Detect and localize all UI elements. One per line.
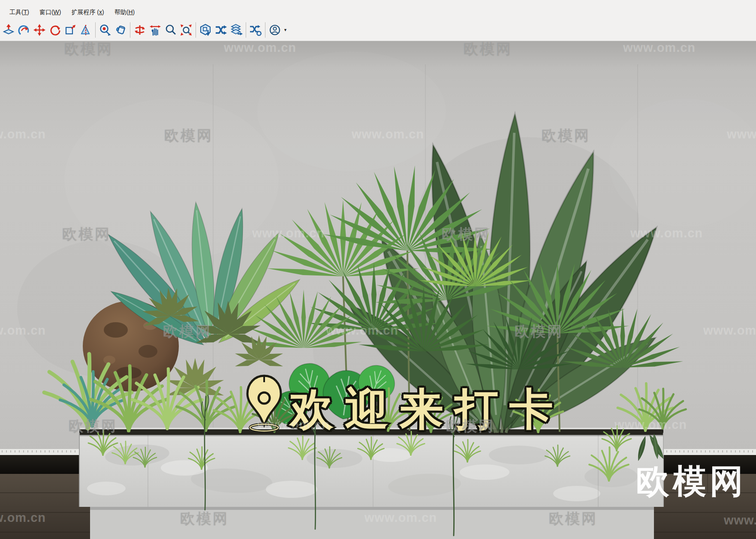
toolbar-separator bbox=[95, 22, 96, 38]
toolbar-separator bbox=[265, 22, 265, 38]
toolbar-separator bbox=[130, 22, 130, 38]
scale-icon[interactable] bbox=[63, 21, 78, 39]
move-icon[interactable] bbox=[32, 21, 47, 39]
extension-swap-icon[interactable] bbox=[213, 21, 229, 39]
orbit-icon[interactable] bbox=[132, 21, 148, 39]
flip-icon[interactable] bbox=[78, 21, 93, 39]
extension-swap-settings-icon[interactable] bbox=[248, 21, 263, 39]
zoom-extents-icon[interactable] bbox=[178, 21, 194, 39]
push-pull-icon[interactable] bbox=[1, 21, 16, 39]
viewport-3d-scene[interactable] bbox=[0, 41, 756, 539]
scene-render bbox=[0, 41, 756, 539]
sketchup-window: 工具(T) 窗口(W) 扩展程序 (x) 帮助(H) bbox=[0, 0, 756, 539]
menu-item-help[interactable]: 帮助(H) bbox=[109, 7, 140, 19]
toolbar-separator bbox=[196, 22, 196, 38]
menu-item-window[interactable]: 窗口(W) bbox=[34, 7, 66, 19]
toolbar-separator bbox=[246, 22, 246, 38]
pan-icon[interactable] bbox=[148, 21, 163, 39]
extension-component-download-icon[interactable] bbox=[198, 21, 213, 39]
menu-item-tools[interactable]: 工具(T) bbox=[4, 7, 34, 19]
toolbar: ▼ bbox=[0, 19, 756, 41]
account-dropdown-caret[interactable]: ▼ bbox=[283, 28, 287, 32]
paint-bucket-icon[interactable] bbox=[113, 21, 128, 39]
zoom-icon[interactable] bbox=[163, 21, 178, 39]
rotate-icon[interactable] bbox=[47, 21, 63, 39]
account-icon[interactable] bbox=[267, 21, 283, 39]
menu-item-extensions[interactable]: 扩展程序 (x) bbox=[66, 7, 109, 19]
follow-me-icon[interactable] bbox=[16, 21, 32, 39]
extension-layers-export-icon[interactable] bbox=[229, 21, 244, 39]
tape-measure-icon[interactable] bbox=[97, 21, 113, 39]
menu-bar: 工具(T) 窗口(W) 扩展程序 (x) 帮助(H) bbox=[0, 0, 756, 19]
